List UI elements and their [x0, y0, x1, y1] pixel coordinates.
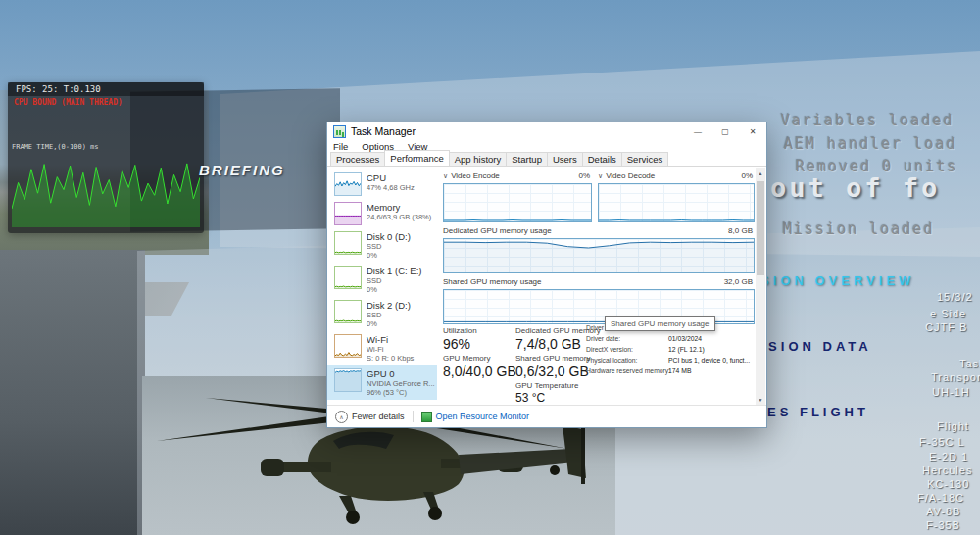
gpu-mini-graph: [334, 368, 362, 392]
scrollbar-thumb[interactable]: [757, 181, 764, 275]
loader-text-outof: out of fo: [770, 172, 940, 203]
sidebar-item-memory[interactable]: Memory 24,6/63,9 GB (38%): [327, 199, 437, 228]
video-decode-title: Video Decode: [606, 171, 655, 180]
window-title: Task Manager: [351, 125, 416, 137]
task-label: Task: [959, 358, 980, 369]
gpu-memory-label: GPU Memory: [443, 354, 490, 363]
scroll-up-icon[interactable]: ▲: [756, 168, 765, 179]
hw-reserved-label: Hardware reserved memory:: [586, 367, 670, 374]
sidebar-item-disk2[interactable]: Disk 2 (D:) SSD 0%: [327, 297, 437, 331]
uh1h-label: UH-1H: [932, 386, 970, 398]
taskmanager-icon: [333, 125, 346, 138]
tab-services[interactable]: Services: [621, 152, 668, 166]
open-resource-monitor-link[interactable]: Open Resource Monitor: [421, 412, 530, 422]
gpu-detail-panel: ∨Video Encode 0% ∨Video Decode 0% Dedica…: [441, 170, 755, 406]
chevron-up-icon: ∧: [335, 411, 348, 423]
shared-label: Shared GPU memory: [515, 354, 590, 363]
footer-bar: ∧ Fewer details Open Resource Monitor: [327, 405, 766, 427]
sidebar-item-gpu0[interactable]: GPU 0 NVIDIA GeForce R... 96% (53 °C): [327, 365, 437, 400]
fps-counter-text: FPS: 25: T:0.130: [16, 84, 101, 94]
video-encode-title: Video Encode: [451, 171, 500, 180]
shared-memory-max: 32,0 GB: [721, 277, 753, 286]
scrollbar[interactable]: ▲ ▼: [756, 168, 765, 406]
directx-version-label: DirectX version:: [586, 346, 633, 353]
driver-date-label: Driver date:: [586, 335, 620, 342]
dedicated-memory-header: Dedicated GPU memory usage: [443, 226, 552, 235]
dedicated-value: 7,4/8,0 GB: [515, 336, 581, 352]
tab-users[interactable]: Users: [547, 152, 583, 166]
cpu-mini-graph: [334, 172, 362, 196]
tab-performance[interactable]: Performance: [384, 150, 449, 166]
shared-memory-tooltip: Shared GPU memory usage: [605, 316, 715, 331]
loader-text-variables: Variables loaded: [781, 112, 955, 129]
utilization-label: Utilization: [443, 326, 477, 335]
tab-processes[interactable]: Processes: [330, 152, 385, 166]
aircraft-item: E-2D 1: [929, 451, 968, 462]
sidebar-item-wifi[interactable]: Wi-Fi Wi-Fi S: 0 R: 0 Kbps: [327, 331, 437, 365]
video-decode-value: 0%: [721, 171, 753, 180]
physical-location-value: PCI bus 1, device 0, funct...: [668, 357, 750, 364]
maximize-button[interactable]: ▢: [711, 122, 739, 140]
fewer-details-label: Fewer details: [352, 412, 405, 421]
wifi-mini-graph: [334, 334, 362, 358]
collapse-icon[interactable]: ∨: [443, 172, 448, 179]
sidebar-item-label: Wi-Fi: [367, 334, 414, 345]
sidebar-item-label: GPU 0: [367, 368, 435, 379]
utilization-value: 96%: [443, 336, 470, 352]
video-encode-chart: [443, 183, 592, 222]
sidebar-item-sub: SSD: [367, 276, 421, 285]
sidebar-item-sub2: 0%: [367, 251, 411, 260]
mission-date: 15/3/2: [937, 291, 973, 303]
aircraft-item: Hercules: [922, 464, 972, 476]
dedicated-memory-chart: [443, 238, 755, 273]
sidebar-item-sub2: 0%: [367, 319, 411, 328]
disk1-mini-graph: [334, 266, 362, 289]
sidebar-item-sub: SSD: [367, 242, 411, 251]
title-bar[interactable]: Task Manager — ▢ ✕: [327, 122, 766, 140]
sidebar-item-label: Disk 0 (D:): [367, 231, 411, 242]
loader-text-aem: AEM handler load: [784, 135, 957, 153]
loader-text-mission: Mission loaded: [783, 220, 934, 238]
minimize-button[interactable]: —: [684, 122, 711, 140]
frame-time-graph: [12, 155, 200, 227]
tab-strip: Processes Performance App history Startu…: [327, 153, 766, 167]
physical-location-label: Physical location:: [586, 357, 638, 364]
sidebar-item-disk1[interactable]: Disk 1 (C: E:) SSD 0%: [327, 263, 437, 297]
disk2-mini-graph: [334, 300, 362, 323]
tab-details[interactable]: Details: [582, 152, 622, 166]
performance-pane: CPU 47% 4,68 GHz Memory 24,6/63,9 GB (38…: [327, 168, 766, 406]
shared-memory-header: Shared GPU memory usage: [443, 277, 542, 286]
fewer-details-button[interactable]: ∧ Fewer details: [335, 411, 405, 423]
driver-date-value: 01/03/2024: [668, 335, 702, 342]
side-label: e Side: [930, 308, 966, 319]
sidebar-item-sub2: S: 0 R: 0 Kbps: [367, 354, 414, 363]
collapse-icon[interactable]: ∨: [598, 172, 603, 179]
close-button[interactable]: ✕: [739, 122, 766, 140]
aircraft-item: F-35B: [926, 519, 960, 531]
video-encode-value: 0%: [559, 171, 590, 180]
aircraft-item: F-35C L: [919, 436, 965, 448]
shared-value: 0,6/32,0 GB: [515, 364, 589, 379]
briefing-label: BRIEFING: [199, 162, 285, 178]
sidebar-item-cpu[interactable]: CPU 47% 4,68 GHz: [327, 170, 437, 199]
tab-app-history[interactable]: App history: [449, 152, 508, 166]
sidebar-item-sub: 47% 4,68 GHz: [367, 183, 415, 192]
tab-startup[interactable]: Startup: [506, 152, 548, 166]
menu-item-file[interactable]: File: [333, 141, 348, 152]
aircraft-item: AV-8B: [926, 506, 960, 517]
gpu-temp-value: 53 °C: [515, 391, 545, 405]
aircraft-item: F/A-18C: [917, 492, 964, 504]
cpu-bound-warning: CPU BOUND (MAIN THREAD): [14, 98, 122, 107]
memory-mini-graph: [334, 202, 362, 225]
video-decode-header: ∨Video Decode: [598, 171, 655, 180]
flight-section-title: ES FLIGHT: [767, 405, 869, 419]
sidebar-item-label: CPU: [367, 172, 415, 183]
sidebar-item-sub: 24,6/63,9 GB (38%): [367, 213, 431, 221]
footer-divider: [413, 411, 414, 422]
cjtf-label: CJTF B: [925, 321, 967, 333]
sidebar-item-disk0[interactable]: Disk 0 (D:) SSD 0%: [327, 228, 437, 263]
frame-time-axis-label: FRAME TIME,(0-100) ms: [12, 143, 99, 151]
taskmanager-window: Task Manager — ▢ ✕ File Options View Pro…: [326, 122, 767, 428]
ground-panel: [0, 250, 145, 535]
transport-label: Transport: [931, 371, 980, 383]
